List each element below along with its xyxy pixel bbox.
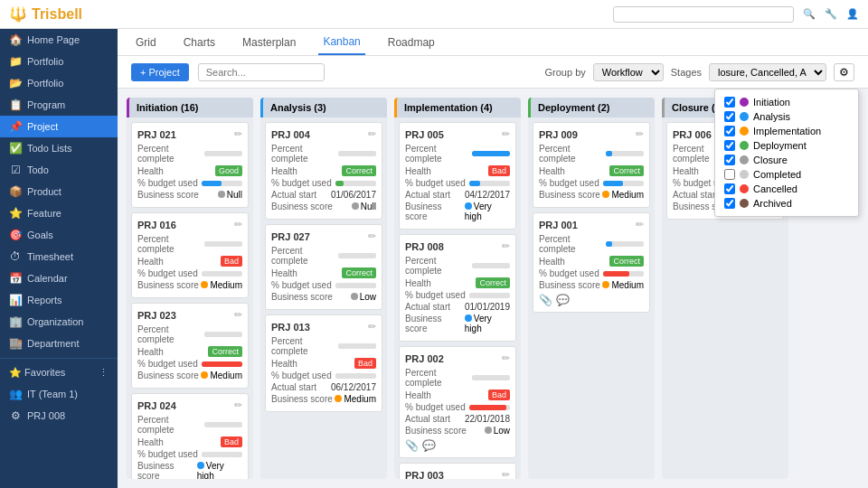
stage-checkbox[interactable] — [724, 140, 735, 151]
sidebar-item-todolists[interactable]: ✅ Todo Lists — [0, 137, 118, 159]
sidebar-item-organization[interactable]: 🏢 Organization — [0, 311, 118, 333]
stage-filter-item: Closure — [724, 153, 849, 167]
health-label: Health — [405, 390, 431, 400]
budget-bar — [202, 361, 242, 367]
tab-roadmap[interactable]: Roadmap — [383, 29, 439, 55]
card-edit-icon[interactable]: ✏ — [234, 399, 242, 411]
percent-bar-fill — [606, 241, 613, 247]
settings-icon[interactable]: 🔧 — [825, 8, 837, 20]
stage-checkbox[interactable] — [724, 97, 735, 108]
favorites-menu-icon[interactable]: ⋮ — [99, 367, 108, 379]
sidebar-item-program[interactable]: 📋 Program — [0, 94, 118, 116]
card-edit-icon[interactable]: ✏ — [368, 230, 376, 242]
card-edit-icon[interactable]: ✏ — [234, 309, 242, 321]
sidebar-item-todo[interactable]: ☑ Todo — [0, 159, 118, 181]
health-badge: Good — [215, 165, 242, 176]
card-row-budget: % budget used — [405, 402, 510, 412]
card-edit-icon[interactable]: ✏ — [502, 469, 510, 479]
stage-checkbox[interactable] — [724, 155, 735, 165]
column-body-analysis: PRJ 004 ✏ Percent complete Health Correc… — [260, 117, 387, 479]
card-edit-icon[interactable]: ✏ — [502, 240, 510, 252]
search-input[interactable] — [198, 63, 325, 81]
stage-checkbox[interactable] — [724, 198, 735, 209]
sidebar-item-project[interactable]: 📌 Project — [0, 116, 118, 137]
sidebar-item-it-team1[interactable]: 👥 IT (Team 1) — [0, 383, 118, 405]
tab-grid[interactable]: Grid — [131, 29, 161, 55]
card-edit-icon[interactable]: ✏ — [234, 219, 242, 230]
health-badge: Bad — [488, 165, 510, 176]
health-label: Health — [405, 166, 431, 176]
card-header: PRJ 005 ✏ — [405, 128, 510, 140]
department-icon: 🏬 — [9, 337, 22, 350]
stage-checkbox[interactable] — [724, 111, 735, 122]
percent-label: Percent complete — [539, 144, 606, 164]
card-edit-icon[interactable]: ✏ — [502, 352, 510, 364]
card-row-score: Business score Medium — [137, 280, 242, 290]
sidebar-item-timesheet[interactable]: ⏱ Timesheet — [0, 246, 118, 267]
percent-label: Percent complete — [137, 144, 204, 164]
sidebar-item-portfolio2[interactable]: 📂 Portfolio — [0, 72, 118, 94]
card-icons: 📎💬 — [539, 294, 644, 306]
header-search-input[interactable] — [613, 6, 794, 23]
score-dot — [485, 427, 492, 434]
score-value: Medium — [602, 190, 644, 200]
header-icons: 🔍 🔧 👤 — [613, 6, 859, 23]
sidebar-item-reports[interactable]: 📊 Reports — [0, 289, 118, 311]
health-label: Health — [539, 166, 565, 176]
health-badge: Correct — [208, 346, 242, 357]
card-edit-icon[interactable]: ✏ — [368, 321, 376, 333]
user-icon[interactable]: 👤 — [846, 8, 859, 20]
health-badge: Correct — [342, 165, 376, 176]
sidebar-item-home[interactable]: 🏠 Home Page — [0, 29, 118, 51]
score-value: Medium — [201, 371, 242, 380]
card-header: PRJ 003 ✏ — [405, 469, 510, 479]
card-row-budget: % budget used — [137, 449, 242, 459]
sidebar-item-label: Timesheet — [27, 251, 73, 262]
card-edit-icon[interactable]: ✏ — [234, 128, 242, 140]
sidebar-item-feature[interactable]: ⭐ Feature — [0, 202, 118, 224]
tab-kanban[interactable]: Kanban — [318, 29, 364, 55]
score-label: Business score — [271, 202, 333, 211]
stages-settings-button[interactable]: ⚙ — [834, 63, 854, 81]
budget-label: % budget used — [137, 178, 198, 188]
card-edit-icon[interactable]: ✏ — [636, 128, 644, 140]
card-edit-icon[interactable]: ✏ — [636, 219, 644, 230]
search-icon[interactable]: 🔍 — [803, 8, 816, 20]
sidebar-item-prj008[interactable]: ⚙ PRJ 008 — [0, 405, 118, 427]
stage-checkbox[interactable] — [724, 169, 735, 180]
stage-label: Archived — [753, 198, 792, 209]
score-value: Medium — [335, 394, 376, 404]
stages-select[interactable]: losure, Cancelled, Archived — [709, 63, 826, 81]
stage-checkbox[interactable] — [724, 126, 735, 136]
add-project-button[interactable]: + Project — [131, 63, 189, 81]
score-value: Medium — [602, 280, 644, 290]
sidebar-item-goals[interactable]: 🎯 Goals — [0, 224, 118, 246]
health-label: Health — [271, 268, 297, 278]
score-value: Medium — [201, 280, 242, 290]
stage-filter-item: Archived — [724, 196, 849, 211]
tab-masterplan[interactable]: Masterplan — [238, 29, 300, 55]
card-edit-icon[interactable]: ✏ — [368, 128, 376, 140]
sidebar-item-portfolio1[interactable]: 📁 Portfolio — [0, 51, 118, 72]
kanban-card: PRJ 003 ✏ Percent complete Health Good %… — [399, 463, 516, 479]
card-header: PRJ 013 ✏ — [271, 321, 376, 333]
tab-charts[interactable]: Charts — [179, 29, 220, 55]
card-edit-icon[interactable]: ✏ — [502, 128, 510, 140]
stage-label: Implementation — [753, 126, 821, 136]
percent-bar — [472, 151, 511, 156]
health-label: Health — [137, 437, 164, 447]
sidebar-item-department[interactable]: 🏬 Department — [0, 333, 118, 354]
card-row-budget: % budget used — [405, 178, 510, 188]
budget-bar — [335, 373, 376, 379]
sidebar-item-label: Program — [27, 99, 65, 110]
card-row-budget: % budget used — [405, 290, 510, 300]
stage-filter-item: Completed — [724, 167, 849, 182]
sidebar-item-product[interactable]: 📦 Product — [0, 181, 118, 202]
card-id: PRJ 021 — [137, 129, 176, 140]
budget-label: % budget used — [539, 268, 599, 278]
score-label: Business score — [137, 190, 199, 200]
group-by-select[interactable]: Workflow — [593, 63, 664, 81]
sidebar-item-calendar[interactable]: 📅 Calendar — [0, 267, 118, 289]
stage-checkbox[interactable] — [724, 183, 735, 194]
card-row-health: Health Correct — [405, 277, 510, 288]
